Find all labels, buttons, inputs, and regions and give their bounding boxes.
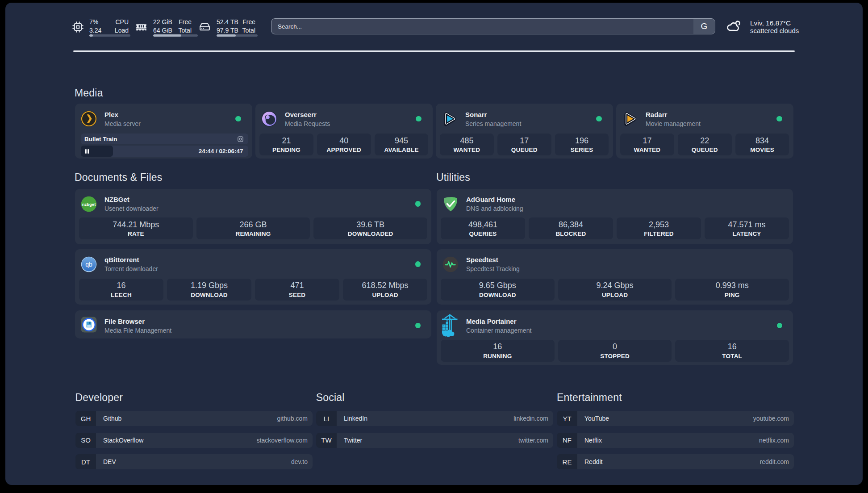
svg-text:qb: qb <box>85 260 92 267</box>
svg-text:nzbget: nzbget <box>82 201 96 206</box>
